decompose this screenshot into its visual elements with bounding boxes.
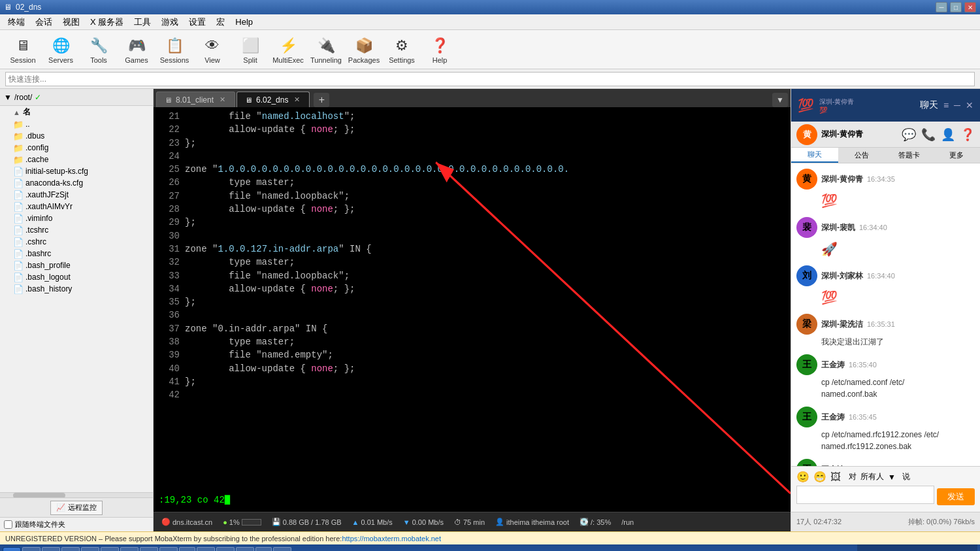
tab-02-close[interactable]: ✕ [292, 95, 301, 105]
tab-01-close[interactable]: ✕ [218, 95, 227, 105]
taskbar-item-3[interactable]: 📁 [61, 547, 80, 551]
menu-session[interactable]: 会话 [30, 15, 57, 29]
maximize-button[interactable]: □ [950, 2, 962, 12]
tab-menu-button[interactable]: ▼ [772, 93, 788, 107]
menu-xserver[interactable]: X 服务器 [85, 15, 129, 29]
tab-answers[interactable]: 答题卡 [886, 148, 933, 163]
taskbar-item-2[interactable]: 🌐 [42, 547, 60, 551]
menu-help[interactable]: Help [230, 16, 258, 28]
user-list-icon[interactable]: 👤 [941, 127, 955, 142]
tool-servers[interactable]: 🌐 Servers [43, 32, 78, 67]
tool-view[interactable]: 👁 View [195, 32, 230, 67]
taskbar-item-4[interactable]: 🔵 [81, 547, 99, 551]
tool-session[interactable]: 🖥 Session [5, 32, 41, 67]
taskbar-item-7[interactable]: 🔧 [140, 547, 158, 551]
tree-item-xauth2[interactable]: 📄 .xauthAIMvYr [0, 201, 153, 212]
follow-checkbox[interactable] [4, 520, 12, 529]
connect-icon[interactable]: 📞 [921, 127, 936, 142]
tree-item-xauth1[interactable]: 📄 .xauthJFzSjt [0, 189, 153, 201]
remote-monitor-button[interactable]: 📈 远程监控 [50, 501, 103, 515]
title-bar-controls[interactable]: ─ □ ✕ [936, 2, 976, 12]
say-label: 说 [902, 471, 910, 482]
tab-01-client[interactable]: 🖥 8.01_client ✕ [156, 92, 235, 107]
new-tab-button[interactable]: + [314, 93, 329, 107]
tab-02-dns[interactable]: 🖥 6.02_dns ✕ [237, 92, 310, 107]
ram-icon: 💾 [272, 518, 281, 526]
title-bar: 🖥 02_dns ─ □ ✕ [0, 0, 980, 14]
settings-icon: ⚙ [391, 35, 412, 56]
tab-bar: 🖥 8.01_client ✕ 🖥 6.02_dns ✕ + ▼ [154, 89, 791, 107]
tree-item-initial-setup[interactable]: 📄 initial-setup-ks.cfg [0, 165, 153, 177]
tree-item-bash-profile[interactable]: 📄 .bash_profile [0, 259, 153, 271]
menu-settings[interactable]: 设置 [184, 15, 211, 29]
taskbar-item-5[interactable]: 🦊 [101, 547, 119, 551]
taskbar-item-11[interactable]: 🎮 [216, 547, 235, 551]
image-button[interactable]: 🖼 [830, 471, 841, 483]
tree-item-anaconda[interactable]: 📄 anaconda-ks.cfg [0, 177, 153, 189]
taskbar-item-8[interactable]: 📱 [159, 547, 178, 551]
send-button[interactable]: 发送 [937, 488, 975, 505]
taskbar-item-9[interactable]: 🖥 [179, 547, 195, 551]
chat-minimize-icon[interactable]: ─ [954, 100, 960, 110]
minimize-button[interactable]: ─ [936, 2, 947, 12]
taskbar-item-13[interactable]: 🖥 [255, 547, 272, 551]
taskbar-item-10[interactable]: 📺 [197, 547, 215, 551]
tree-label-anaconda: anaconda-ks.cfg [25, 178, 83, 188]
tool-sessions[interactable]: 📋 Sessions [157, 32, 192, 67]
tool-tools[interactable]: 🔧 Tools [81, 32, 116, 67]
chat-message-input[interactable] [796, 486, 934, 504]
taskbar-item-1[interactable]: 📋 [22, 547, 41, 551]
menu-view[interactable]: 视图 [57, 15, 85, 29]
tab-connect[interactable]: 公告 [838, 148, 885, 163]
tool-games[interactable]: 🎮 Games [119, 32, 154, 67]
code-line-24: 24 [159, 150, 785, 163]
tree-item-tcshrc[interactable]: 📄 .tcshrc [0, 224, 153, 236]
target-dropdown-icon[interactable]: ▼ [888, 473, 896, 482]
tool-help[interactable]: ❓ Help [422, 32, 457, 67]
taskbar-item-14[interactable]: 📋 [273, 547, 291, 551]
chat-menu-icon[interactable]: ≡ [943, 100, 949, 110]
tray-area: 100% 🌐 🔊 CSDN@日听风险.tmj [857, 544, 977, 551]
tool-split[interactable]: ⬜ Split [233, 32, 268, 67]
tab-chat[interactable]: 聊天 [791, 148, 838, 163]
multiexec-icon: ⚡ [278, 35, 299, 56]
menu-games[interactable]: 游戏 [156, 15, 184, 29]
tree-item-dbus[interactable]: 📁 .dbus [0, 130, 153, 142]
menu-macro[interactable]: 宏 [211, 15, 230, 29]
unregistered-link[interactable]: https://mobaxterm.mobatek.net [342, 535, 441, 543]
tree-item-cshrc[interactable]: 📄 .cshrc [0, 236, 153, 248]
menu-tools[interactable]: 工具 [129, 15, 156, 29]
sticker-button[interactable]: 😁 [813, 471, 826, 483]
tree-item-bash-history[interactable]: 📄 .bash_history [0, 283, 153, 295]
sidebar-bottom: 📈 远程监控 [0, 497, 153, 517]
start-button[interactable]: ⊞ [3, 547, 21, 551]
close-button[interactable]: ✕ [964, 2, 976, 12]
tool-packages[interactable]: 📦 Packages [346, 32, 382, 67]
status-time: ⏱ 75 min [451, 518, 487, 526]
tab-more[interactable]: 更多 [933, 148, 980, 163]
qa-icon[interactable]: ❓ [960, 127, 975, 142]
tree-label-dotdot: .. [25, 120, 30, 129]
file-xauth2-icon: 📄 [13, 201, 24, 212]
emoji-button[interactable]: 🙂 [796, 471, 809, 483]
tree-item-dotdot[interactable]: 📁 .. [0, 118, 153, 130]
tree-item-config[interactable]: 📁 .config [0, 142, 153, 154]
menu-terminal[interactable]: 终端 [3, 15, 30, 29]
tree-item-cache[interactable]: 📁 .cache [0, 154, 153, 165]
dns-icon: 🔴 [161, 518, 171, 526]
split-icon: ⬜ [240, 35, 261, 56]
quick-connect-input[interactable] [5, 72, 975, 86]
tool-settings[interactable]: ⚙ Settings [384, 32, 419, 67]
tree-item-viminfo[interactable]: 📄 .viminfo [0, 212, 153, 224]
tree-item-bash-logout[interactable]: 📄 .bash_logout [0, 271, 153, 283]
tree-item-bashrc[interactable]: 📄 .bashrc [0, 248, 153, 259]
chat-icon[interactable]: 💬 [902, 127, 916, 142]
chat-close-icon[interactable]: ✕ [966, 100, 973, 110]
terminal-content[interactable]: 21 file "named.localhost"; 22 allow-upda… [154, 107, 791, 512]
chat-input-row: 发送 [796, 486, 975, 505]
tool-tunneling[interactable]: 🔌 Tunneling [308, 32, 344, 67]
taskbar-item-12[interactable]: 💬 [236, 547, 254, 551]
taskbar-item-6[interactable]: 📊 [120, 547, 139, 551]
tool-multiexec[interactable]: ⚡ MultiExec [270, 32, 306, 67]
chat-subtitle: 深圳-黄仰青 [819, 97, 915, 107]
